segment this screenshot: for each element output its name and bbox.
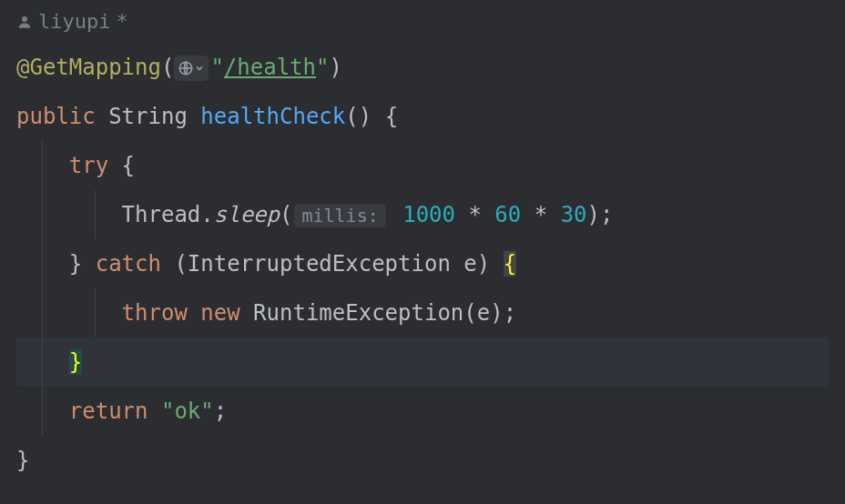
semicolon: ; (600, 202, 613, 227)
globe-icon (178, 60, 194, 76)
operator-star: * (534, 202, 547, 227)
brace-open-matched: { (504, 251, 516, 277)
keyword-return: return (69, 398, 148, 424)
modified-marker: * (116, 5, 127, 37)
string-ok: ok (174, 398, 200, 424)
code-line[interactable]: throw new RuntimeException(e); (16, 288, 829, 338)
paren-open: ( (280, 202, 292, 227)
url-mapping-string[interactable]: /health (224, 55, 316, 80)
var-e: e (477, 300, 490, 326)
keyword-throw: throw (122, 300, 188, 326)
paren-close: ) (490, 300, 503, 326)
code-editor[interactable]: @GetMapping("/health") public String hea… (0, 39, 845, 489)
code-line[interactable]: Thread.sleep(millis: 1000 * 60 * 30); (16, 190, 829, 239)
paren-close: ) (329, 55, 341, 80)
paren-open: ( (463, 300, 476, 326)
code-line[interactable]: @GetMapping("/health") (16, 43, 829, 92)
semicolon: ; (504, 300, 516, 326)
method-sleep: sleep (214, 202, 280, 227)
string-quote: " (316, 55, 329, 80)
keyword-new: new (200, 300, 239, 326)
brace-close: } (69, 251, 82, 277)
author-annotation: liyupi * (0, 0, 845, 39)
type-runtime-exception: RuntimeException (253, 300, 463, 326)
url-indicator-chip[interactable] (174, 55, 209, 81)
paren-close: ) (477, 251, 490, 277)
code-line[interactable]: return "ok"; (16, 387, 829, 436)
number-literal: 1000 (402, 202, 455, 227)
keyword-public: public (16, 104, 96, 129)
type-string: String (108, 104, 188, 129)
number-literal: 30 (561, 202, 587, 227)
paren-open: ( (174, 251, 187, 277)
code-line[interactable]: public String healthCheck() { (16, 92, 829, 141)
code-line-active[interactable]: } (16, 338, 829, 387)
string-quote: " (200, 398, 213, 424)
svg-point-0 (22, 16, 27, 22)
type-interrupted-exception: InterruptedException (188, 251, 451, 277)
code-line[interactable]: } catch (InterruptedException e) { (16, 239, 829, 288)
brace-close: } (16, 448, 29, 473)
semicolon: ; (214, 398, 227, 424)
paren-close: ) (587, 202, 600, 227)
paren-open: ( (161, 55, 174, 80)
keyword-catch: catch (96, 251, 161, 277)
brace-open: { (385, 104, 398, 129)
code-line[interactable]: try { (16, 141, 829, 190)
class-thread: Thread (122, 202, 201, 227)
code-line[interactable]: } (16, 436, 829, 485)
brace-close-matched: } (69, 349, 82, 375)
brace-open: { (122, 153, 135, 178)
person-icon (16, 14, 33, 30)
var-e: e (463, 251, 476, 277)
operator-star: * (468, 202, 481, 227)
author-name: liyupi (38, 5, 110, 37)
string-quote: " (210, 55, 223, 80)
chevron-down-icon (194, 63, 205, 74)
annotation-token: @GetMapping (16, 55, 161, 80)
string-quote: " (161, 398, 174, 424)
number-literal: 60 (494, 202, 521, 227)
paren-empty: () (345, 104, 372, 129)
method-name: healthCheck (200, 104, 345, 129)
dot: . (200, 202, 213, 227)
keyword-try: try (69, 153, 108, 178)
param-hint-millis[interactable]: millis: (294, 204, 385, 227)
